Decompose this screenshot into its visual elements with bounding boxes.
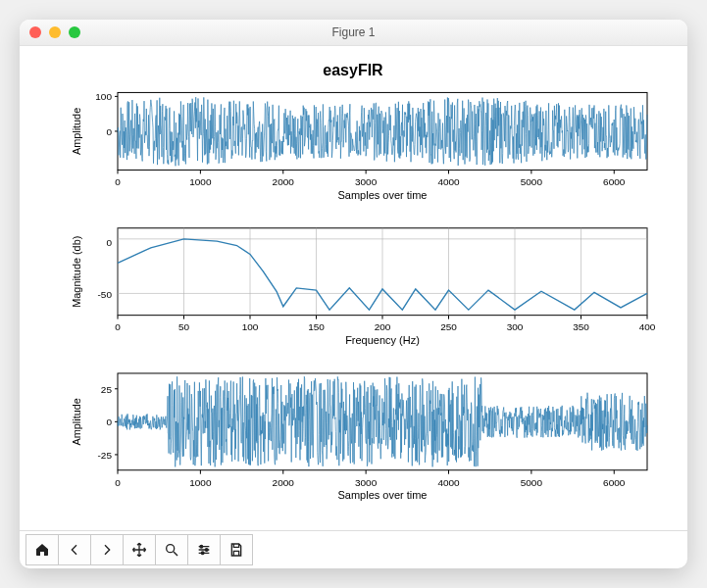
svg-text:2000: 2000 [273, 477, 295, 488]
forward-button[interactable] [90, 534, 124, 565]
zoom-button[interactable] [155, 534, 188, 565]
figure-suptitle: easyFIR [323, 62, 383, 78]
ytick: 0 [106, 416, 112, 427]
configure-button[interactable] [187, 534, 221, 565]
svg-point-67 [205, 549, 208, 552]
svg-text:150: 150 [308, 322, 325, 333]
svg-text:6000: 6000 [603, 477, 626, 488]
svg-text:250: 250 [440, 322, 457, 333]
svg-text:100: 100 [242, 322, 259, 333]
svg-text:0: 0 [115, 322, 121, 333]
svg-text:6000: 6000 [603, 176, 626, 187]
ytick: -50 [98, 289, 113, 300]
ytick: 0 [106, 237, 112, 248]
figure-canvas[interactable]: easyFIR 100 0 Amplitude 0100020003000400… [20, 46, 687, 530]
ylabel: Amplitude [71, 398, 82, 445]
svg-text:200: 200 [375, 322, 391, 333]
svg-text:400: 400 [639, 322, 656, 333]
minimize-icon[interactable] [49, 26, 61, 38]
figure-window: Figure 1 easyFIR 100 0 Amplitude 0100020… [20, 20, 687, 568]
ytick: 25 [101, 384, 113, 395]
axes-filtered-signal: 25 0 -25 Amplitude 010002000300040005000… [71, 373, 647, 501]
save-button[interactable] [220, 534, 253, 565]
svg-text:5000: 5000 [521, 176, 543, 187]
xlabel: Samples over time [338, 189, 428, 201]
svg-text:350: 350 [573, 322, 589, 333]
ytick: 0 [106, 126, 112, 137]
svg-text:50: 50 [178, 322, 190, 333]
svg-text:3000: 3000 [355, 176, 378, 187]
filtered-signal-line [118, 376, 647, 466]
home-button[interactable] [25, 534, 59, 565]
svg-point-65 [167, 545, 175, 553]
svg-text:3000: 3000 [355, 477, 378, 488]
ytick: -25 [98, 450, 113, 461]
close-icon[interactable] [29, 26, 41, 38]
svg-text:1000: 1000 [189, 176, 212, 187]
ylabel: Magnitude (db) [71, 236, 82, 308]
pan-button[interactable] [123, 534, 156, 565]
svg-text:300: 300 [507, 322, 524, 333]
titlebar[interactable]: Figure 1 [20, 20, 687, 46]
svg-text:2000: 2000 [273, 176, 295, 187]
axes-raw-signal: 100 0 Amplitude 010002000300040005000600… [71, 91, 647, 201]
ytick: 100 [95, 91, 112, 102]
axes-filter-response: 0 -50 Magnitude (db) 0501001502002503003… [71, 228, 656, 347]
svg-point-68 [201, 552, 204, 555]
svg-text:0: 0 [115, 477, 121, 488]
raw-signal-line [118, 97, 647, 166]
mpl-toolbar [20, 530, 687, 568]
xlabel: Samples over time [338, 489, 428, 501]
svg-text:5000: 5000 [521, 477, 543, 488]
ylabel: Amplitude [71, 108, 82, 155]
svg-text:4000: 4000 [437, 176, 460, 187]
xlabel: Frequency (Hz) [345, 334, 420, 346]
maximize-icon[interactable] [69, 26, 80, 38]
svg-point-66 [200, 545, 203, 548]
svg-text:4000: 4000 [437, 477, 460, 488]
svg-text:1000: 1000 [189, 477, 212, 488]
window-title: Figure 1 [20, 25, 687, 39]
svg-text:0: 0 [115, 176, 121, 187]
traffic-lights [29, 26, 80, 38]
back-button[interactable] [58, 534, 91, 565]
